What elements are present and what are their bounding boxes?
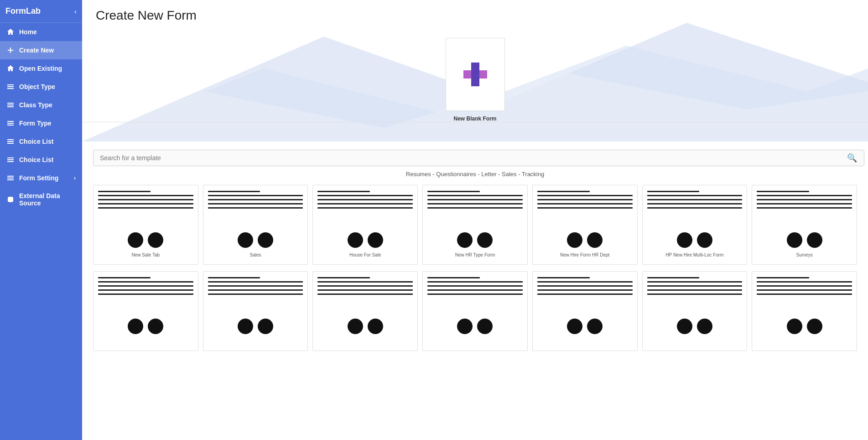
template-lines: [208, 277, 303, 314]
template-card[interactable]: New Hire Form HR Dept: [532, 185, 638, 265]
template-line: [537, 207, 633, 209]
svg-rect-2: [7, 84, 14, 85]
svg-rect-6: [7, 105, 14, 105]
template-lines: [427, 277, 523, 314]
template-card[interactable]: [422, 271, 528, 351]
list-icon-object: [6, 83, 15, 91]
template-line: [427, 199, 523, 200]
template-line: [537, 281, 633, 283]
template-card-name: [98, 339, 193, 347]
template-circles: [317, 232, 413, 248]
template-line: [427, 207, 523, 209]
template-card[interactable]: Surveys: [752, 185, 857, 265]
template-line: [427, 277, 480, 278]
template-line: [427, 285, 523, 287]
template-circles: [208, 319, 303, 334]
template-card[interactable]: [642, 271, 748, 351]
sidebar-item-form-setting[interactable]: Form Setting ›: [0, 169, 82, 187]
template-line: [427, 289, 523, 291]
template-line: [98, 207, 193, 209]
sidebar: FormLab ‹ Home Create New Open Existing …: [0, 0, 82, 440]
template-line: [757, 195, 852, 196]
svg-rect-13: [7, 143, 14, 144]
template-card[interactable]: House For Sale: [312, 185, 418, 265]
template-line: [208, 195, 303, 196]
svg-rect-4: [7, 88, 14, 89]
sidebar-item-choice-list-2[interactable]: Choice List: [0, 151, 82, 169]
sidebar-collapse-icon[interactable]: ‹: [74, 8, 77, 15]
page-title: Create New Form: [96, 8, 197, 23]
template-card[interactable]: [532, 271, 638, 351]
template-circle: [457, 319, 473, 334]
template-line: [757, 199, 852, 200]
template-card-name: [757, 339, 852, 347]
search-button[interactable]: 🔍: [847, 153, 857, 163]
template-circle: [697, 319, 712, 334]
sidebar-label-choice-list-1: Choice List: [19, 138, 53, 145]
template-circles: [427, 232, 523, 248]
sidebar-item-create-new[interactable]: Create New: [0, 41, 82, 59]
sidebar-item-open-existing[interactable]: Open Existing: [0, 59, 82, 78]
template-card[interactable]: HP New Hire Multi-Loc Form: [642, 185, 748, 265]
sidebar-item-choice-list-1[interactable]: Choice List: [0, 132, 82, 151]
template-line: [317, 281, 413, 283]
template-card-name: [208, 339, 303, 347]
template-card-name: [317, 339, 413, 347]
template-circle: [258, 319, 273, 334]
template-line: [647, 289, 743, 291]
sidebar-item-home[interactable]: Home: [0, 23, 82, 41]
sidebar-item-external-data[interactable]: External Data Source: [0, 187, 82, 212]
sidebar-item-object-type[interactable]: Object Type: [0, 78, 82, 96]
svg-rect-11: [7, 139, 14, 140]
template-circle: [348, 232, 363, 248]
template-lines: [427, 191, 523, 228]
template-line: [208, 207, 303, 209]
template-line: [757, 285, 852, 287]
template-lines: [98, 191, 193, 228]
list-icon-choice2: [6, 156, 15, 164]
template-line: [757, 277, 809, 278]
list-icon-choice1: [6, 137, 15, 146]
template-line: [317, 199, 413, 200]
template-card-name: [427, 339, 523, 347]
template-line: [208, 277, 260, 278]
template-card[interactable]: [203, 271, 308, 351]
template-line: [537, 191, 590, 192]
svg-rect-12: [7, 141, 14, 142]
svg-rect-16: [7, 161, 14, 162]
template-line: [427, 191, 480, 192]
template-line: [317, 285, 413, 287]
svg-rect-15: [7, 159, 14, 160]
template-card[interactable]: New HR Type Form: [422, 185, 528, 265]
template-card[interactable]: [752, 271, 857, 351]
sidebar-item-class-type[interactable]: Class Type: [0, 96, 82, 114]
template-card-name: HP New Hire Multi-Loc Form: [647, 252, 743, 261]
home-icon: [6, 28, 15, 36]
template-circle: [128, 232, 143, 248]
template-card[interactable]: [312, 271, 418, 351]
template-card[interactable]: [93, 271, 198, 351]
template-line: [317, 277, 370, 278]
template-card-name: House For Sale: [317, 252, 413, 261]
template-lines: [757, 191, 852, 228]
template-circles: [208, 232, 303, 248]
main-content: Create New Form New Blank Form 🔍 Resumes…: [82, 0, 868, 440]
template-line: [647, 277, 700, 278]
template-line: [317, 203, 413, 204]
sidebar-label-form-type: Form Type: [19, 120, 52, 127]
app-title: FormLab: [5, 6, 41, 16]
template-card[interactable]: New Sale Tab: [93, 185, 198, 265]
template-line: [537, 293, 633, 295]
search-input[interactable]: [93, 150, 864, 166]
sidebar-item-form-type[interactable]: Form Type: [0, 114, 82, 132]
template-card-name: [647, 339, 743, 347]
svg-rect-8: [7, 121, 14, 122]
template-line: [98, 293, 193, 295]
template-card[interactable]: Sales: [203, 185, 308, 265]
sidebar-label-object-type: Object Type: [19, 83, 55, 90]
new-blank-form-card[interactable]: [446, 38, 505, 111]
template-line: [537, 285, 633, 287]
svg-rect-1: [8, 50, 13, 51]
db-icon: [6, 195, 15, 204]
template-circle: [258, 232, 273, 248]
